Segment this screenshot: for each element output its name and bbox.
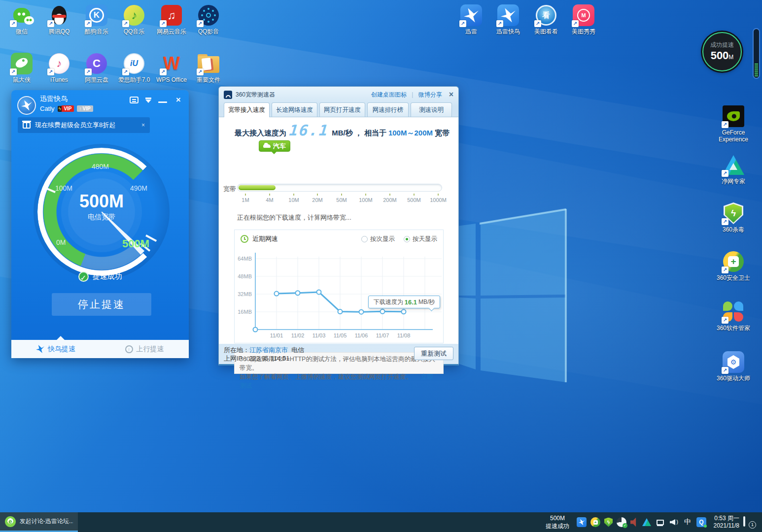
speedtest-app-icon: [224, 91, 232, 99]
desktop-icon-qq-player[interactable]: ↗ QQ影音: [190, 4, 227, 35]
close-button[interactable]: ×: [174, 96, 183, 104]
taskbar-app-button[interactable]: e 发起讨论-迅雷论坛...: [0, 512, 78, 532]
desktop-icon-geforce[interactable]: ↗ GeForce Experience: [711, 105, 756, 143]
tab-broadband-speed[interactable]: 宽带接入速度: [224, 102, 270, 117]
vip-badge[interactable]: ϟVIP: [58, 105, 74, 112]
retest-button[interactable]: 重新测试: [414, 347, 453, 360]
notification-center-icon[interactable]: 1: [743, 517, 753, 526]
edge-speed-widget[interactable]: [753, 28, 760, 79]
shortcut-arrow-icon: ↗: [85, 68, 92, 75]
close-button[interactable]: ×: [449, 90, 453, 99]
clock-icon: [241, 235, 248, 243]
360-safe-tray-icon[interactable]: +: [590, 517, 600, 527]
jingwang-tray-icon[interactable]: [642, 518, 651, 526]
tab-webpage-speed[interactable]: 网页打开速度: [319, 102, 365, 117]
desktop-icon-aisi[interactable]: iU↗ 爱思助手7.0: [115, 52, 153, 83]
upload-icon: ↑: [125, 345, 133, 353]
shortcut-arrow-icon: ↗: [722, 218, 728, 225]
shortcut-arrow-icon: ↗: [722, 367, 728, 374]
location-link[interactable]: 江苏省南京市: [249, 346, 288, 354]
volume-icon[interactable]: [669, 517, 679, 527]
tray-boost-status[interactable]: 500M 提速成功: [541, 514, 574, 530]
shortcut-arrow-icon: ↗: [722, 266, 728, 273]
stop-boost-button[interactable]: 停止提速: [52, 293, 151, 316]
shortcut-arrow-icon: ↗: [197, 68, 204, 75]
icon-label: 网易云音乐: [153, 28, 190, 35]
tab-upload-boost[interactable]: ↑ 上行提速: [100, 340, 189, 358]
speedtest-content: 最大接入速度为 16.1 MB/秒 ， 相当于 100M～200M 宽带 汽车 …: [219, 117, 458, 344]
boost-status-text: 提速成功: [93, 272, 122, 281]
muted-speaker-icon[interactable]: [630, 517, 638, 527]
360-antivirus-tray-icon[interactable]: ϟ: [604, 518, 613, 527]
speedtest-titlebar: 360宽带测速器 创建桌面图标 ｜ 微博分享 ×: [219, 87, 458, 102]
icon-label: 微信: [3, 28, 40, 35]
banner-close-icon[interactable]: ×: [141, 122, 145, 129]
desktop-icon-folder[interactable]: ↗ 重要文件: [190, 52, 227, 83]
active-tab-notch: [57, 336, 65, 340]
shortcut-arrow-icon: ↗: [122, 20, 129, 27]
network-icon[interactable]: [655, 517, 665, 527]
tab-test-instructions[interactable]: 测速说明: [411, 102, 452, 117]
desktop-icon-jingwang[interactable]: ↗ 净网专家: [711, 154, 756, 185]
icon-label: 鼠大侠: [3, 76, 40, 83]
menu-dropdown-icon[interactable]: [145, 100, 151, 103]
ip-address: 222.95.114.51: [249, 355, 289, 362]
upload-vip-badge[interactable]: ↑VIP: [77, 105, 93, 112]
car-speed-badge: 汽车: [259, 140, 290, 152]
ime-indicator[interactable]: 中: [683, 517, 693, 527]
gift-icon: [23, 122, 31, 129]
create-desktop-shortcut-link[interactable]: 创建桌面图标: [371, 91, 407, 99]
desktop-icon-qq-music[interactable]: ♪↗ QQ音乐: [115, 4, 153, 35]
weibo-share-link[interactable]: 微博分享: [418, 91, 442, 99]
tab-kuainiao-boost[interactable]: 快鸟提速: [11, 340, 100, 358]
desktop-icon-wechat[interactable]: ↗ 微信: [3, 4, 40, 35]
tab-speed-ranking[interactable]: 网速排行榜: [367, 102, 409, 117]
icon-label: 美图看看: [527, 28, 565, 35]
icon-label: 360安全卫士: [711, 274, 756, 281]
desktop-icon-meitu-viewer[interactable]: 看↗ 美图看看: [527, 4, 565, 35]
radio-icon: [404, 236, 410, 242]
username[interactable]: Catly: [40, 105, 55, 112]
desktop-icon-kugou[interactable]: K↗ 酷狗音乐: [78, 4, 115, 35]
desktop-icon-xunlei-kuainiao[interactable]: ↗ 迅雷快鸟: [489, 4, 527, 35]
desktop-icon-360-software[interactable]: ↗ 360软件管家: [711, 300, 756, 332]
desktop-icon-aliyun-drive[interactable]: C↗ 阿里云盘: [78, 52, 115, 83]
desktop-icon-meitu-xiuxiu[interactable]: M↗ 美图秀秀: [565, 4, 602, 35]
seven-segment-speed-value: 16.1: [289, 124, 330, 137]
desktop-icon-360-safe[interactable]: +↗ 360安全卫士: [711, 250, 756, 281]
feedback-icon[interactable]: [130, 97, 139, 103]
renewal-promo-banner[interactable]: 现在续费超级会员立享8折起 ×: [18, 117, 150, 133]
calculating-status-text: 正在根据您的下载速度，计算网络带宽...: [237, 213, 351, 222]
bandwidth-scale-bar: [237, 184, 442, 192]
gauge-tick-0m: 0M: [56, 238, 66, 246]
desktop-icon-wps[interactable]: W↗ WPS Office: [153, 52, 190, 83]
desktop-icon-netease-music[interactable]: ♫↗ 网易云音乐: [153, 4, 190, 35]
desktop-icon-shudaxia[interactable]: ↗ 鼠大侠: [3, 52, 40, 83]
desktop-icon-360-driver[interactable]: ⚙↗ 360驱动大师: [711, 351, 756, 382]
icon-label: QQ影音: [190, 28, 227, 35]
shortcut-arrow-icon: ↗: [722, 317, 728, 324]
taskbar-clock[interactable]: 0:53 周一 2021/11/8: [702, 515, 739, 530]
software-manager-tray-icon[interactable]: [617, 517, 626, 527]
svg-text:11/07: 11/07: [376, 332, 389, 338]
speed-gauge: 0M 100M 480M 490M 500M 500M 电信宽带: [37, 148, 166, 276]
svg-text:64MB: 64MB: [238, 256, 252, 262]
tab-long-distance-speed[interactable]: 长途网络速度: [272, 102, 317, 117]
kuainiao-bottom-tabs: 快鸟提速 ↑ 上行提速: [11, 340, 189, 358]
svg-text:16MB: 16MB: [238, 309, 252, 315]
radio-by-day[interactable]: 按天显示: [404, 235, 437, 243]
radio-by-attempt[interactable]: 按次显示: [361, 235, 395, 243]
icon-label: WPS Office: [153, 76, 190, 83]
speedtest-window-title: 360宽带测速器: [236, 91, 275, 99]
desktop-icon-qq[interactable]: ↗ 腾讯QQ: [40, 4, 78, 35]
info-line2: 如果想了解看网页、上微博的速度，建议您测试网页打开速度。立即测试: [240, 372, 438, 390]
desktop-icon-360-antivirus[interactable]: ϟ↗ 360杀毒: [711, 202, 756, 233]
kuainiao-tray-icon[interactable]: [577, 517, 587, 527]
icon-label: 阿里云盘: [78, 76, 115, 83]
desktop-icon-xunlei[interactable]: ↗ 迅雷: [452, 4, 490, 35]
svg-text:32MB: 32MB: [238, 291, 252, 297]
desktop-icon-itunes[interactable]: ♪↗ iTunes: [40, 52, 78, 83]
bandwidth-scale-fill: [239, 185, 276, 190]
boost-success-badge[interactable]: 成功提速 500M: [702, 32, 742, 71]
minimize-button[interactable]: [158, 101, 167, 103]
